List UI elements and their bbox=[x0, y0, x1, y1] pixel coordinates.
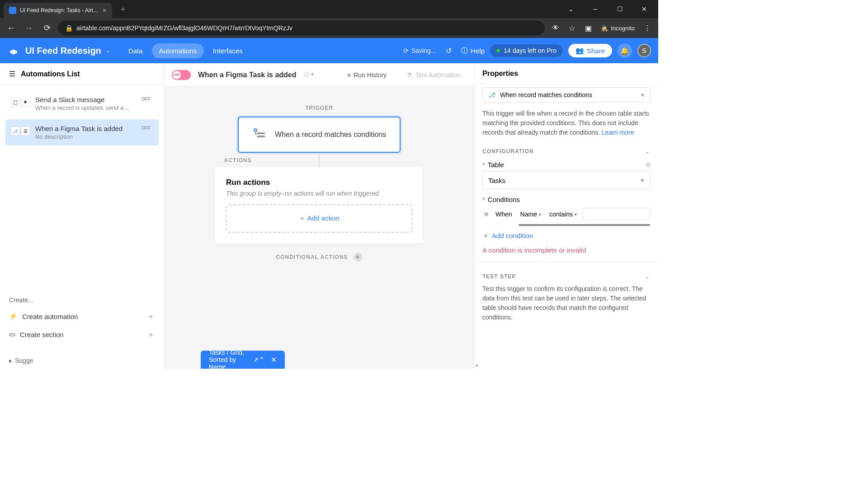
tab-title: UI Feed Redesign: Tasks - Airtabl bbox=[20, 7, 99, 14]
folder-icon: ▭ bbox=[9, 330, 15, 338]
airtable-favicon bbox=[9, 7, 16, 14]
operator-value: contains bbox=[549, 211, 573, 218]
base-title[interactable]: UI Feed Redesign bbox=[25, 46, 101, 56]
trigger-section-label: TRIGGER bbox=[305, 105, 333, 111]
table-select[interactable]: Tasks ▾ bbox=[482, 171, 650, 189]
lock-icon: 🔒 bbox=[65, 24, 73, 32]
table-field-label: * Table ⧉ bbox=[482, 161, 650, 169]
saving-indicator: ⟳ Saving... bbox=[403, 47, 436, 54]
operator-select[interactable]: contains ▾ bbox=[547, 209, 580, 220]
properties-header: Properties bbox=[474, 63, 658, 84]
minimize-button[interactable]: ─ bbox=[585, 2, 606, 16]
app-header: UI Feed Redesign ⌄ Data Automations Inte… bbox=[0, 38, 658, 63]
share-button[interactable]: 👥 Share bbox=[568, 44, 612, 57]
window-controls: ⌄ ─ ☐ ✕ bbox=[561, 2, 658, 16]
status-dot-icon bbox=[496, 49, 500, 52]
extensions-icon[interactable]: ▣ bbox=[581, 21, 595, 35]
plus-icon: ＋ bbox=[482, 231, 489, 240]
field-select[interactable]: Name ▾ bbox=[518, 209, 544, 220]
field-value: Name bbox=[520, 211, 537, 218]
history-icon[interactable]: ↺ bbox=[441, 43, 456, 58]
suggested-row[interactable]: ▸ Sugge bbox=[0, 352, 164, 369]
add-conditional-button[interactable]: ＋ bbox=[354, 253, 363, 262]
incognito-icon: 🕵️ bbox=[601, 25, 608, 32]
plus-icon: ＋ bbox=[147, 311, 155, 322]
plus-icon: ＋ bbox=[147, 329, 155, 340]
automation-toggle[interactable]: OFF bbox=[172, 70, 191, 80]
browser-tab[interactable]: UI Feed Redesign: Tasks - Airtabl ✕ bbox=[4, 3, 112, 18]
add-action-button[interactable]: ＋ Add action bbox=[226, 204, 412, 233]
nav-data[interactable]: Data bbox=[121, 43, 150, 58]
conditions-label: Conditions bbox=[488, 196, 520, 203]
automation-item-slack[interactable]: 📋 ⁕ Send a Slack message When a record i… bbox=[5, 90, 159, 117]
people-icon: 👥 bbox=[576, 47, 584, 55]
close-tab-icon[interactable]: ✕ bbox=[102, 7, 107, 14]
collapse-icon[interactable]: ⌄ bbox=[645, 273, 650, 280]
required-indicator: * bbox=[482, 161, 485, 169]
incognito-badge: 🕵️ Incognito bbox=[597, 23, 638, 33]
info-icon[interactable]: ⓘ bbox=[304, 71, 309, 79]
automation-list: 📋 ⁕ Send a Slack message When a record i… bbox=[0, 85, 164, 154]
trigger-type-select[interactable]: ⎇ When record matches conditions ▾ bbox=[482, 87, 650, 103]
run-history-button[interactable]: ≡ Run History bbox=[341, 69, 393, 81]
create-section: Create... ⚡ Create automation ＋ ▭ Create… bbox=[0, 293, 164, 352]
test-step-header: TEST STEP ⌄ bbox=[482, 273, 650, 280]
user-avatar[interactable]: S bbox=[637, 44, 651, 57]
conditional-label: CONDITIONAL ACTIONS bbox=[276, 254, 348, 260]
plus-icon: ＋ bbox=[299, 214, 307, 222]
copy-icon[interactable]: ⧉ bbox=[646, 161, 650, 169]
maximize-button[interactable]: ☐ bbox=[609, 2, 630, 16]
trigger-select-label: When record matches conditions bbox=[500, 91, 592, 99]
airtable-logo-icon[interactable] bbox=[7, 44, 20, 57]
bell-icon: 🔔 bbox=[620, 47, 629, 55]
remove-condition-button[interactable]: ✕ bbox=[482, 209, 490, 220]
menu-icon[interactable]: ⋮ bbox=[640, 21, 655, 35]
forward-button[interactable]: → bbox=[22, 21, 36, 35]
eye-off-icon[interactable]: 👁 bbox=[548, 21, 563, 35]
nav-automations[interactable]: Automations bbox=[152, 43, 204, 58]
create-automation-button[interactable]: ⚡ Create automation ＋ bbox=[9, 307, 155, 325]
notifications-button[interactable]: 🔔 bbox=[618, 43, 632, 58]
horizontal-scrollbar[interactable] bbox=[519, 224, 650, 226]
chevron-down-icon[interactable]: ⌄ bbox=[561, 2, 581, 16]
close-toast-icon[interactable]: ✕ bbox=[271, 356, 277, 364]
collapse-icon[interactable]: ⌄ bbox=[645, 148, 650, 155]
condition-value-input[interactable] bbox=[582, 208, 650, 221]
bookmark-icon[interactable]: ☆ bbox=[565, 21, 579, 35]
automation-icons: 📋 ⁕ bbox=[11, 96, 31, 108]
canvas-header: OFF When a Figma Task is added ⓘ ▾ ≡ Run… bbox=[165, 63, 474, 87]
trial-badge[interactable]: 14 days left on Pro bbox=[490, 44, 563, 57]
help-button[interactable]: ⓘ Help bbox=[461, 47, 485, 55]
dropdown-icon[interactable]: ▾ bbox=[311, 71, 314, 79]
trigger-description: This trigger will fire when a record in … bbox=[482, 109, 650, 137]
hamburger-icon[interactable]: ☰ bbox=[9, 70, 15, 78]
add-action-label: Add action bbox=[307, 214, 340, 222]
configuration-header: CONFIGURATION ⌄ bbox=[482, 148, 650, 155]
automation-title[interactable]: When a Figma Task is added bbox=[198, 71, 297, 79]
learn-more-link[interactable]: Learn more bbox=[602, 129, 634, 136]
window-close-button[interactable]: ✕ bbox=[634, 2, 655, 16]
divider bbox=[474, 262, 658, 263]
base-menu-chevron-icon[interactable]: ⌄ bbox=[106, 47, 110, 54]
nav-interfaces[interactable]: Interfaces bbox=[206, 43, 250, 58]
back-button[interactable]: ← bbox=[4, 21, 18, 35]
trigger-card[interactable]: When a record matches conditions bbox=[238, 117, 401, 153]
toast-text: Tasks / Grid, Sorted by Name bbox=[209, 349, 250, 369]
help-label: Help bbox=[471, 47, 485, 55]
expand-toast-icon[interactable]: ⌃ bbox=[259, 356, 264, 364]
add-condition-button[interactable]: ＋ Add condition bbox=[482, 231, 650, 240]
config-label: CONFIGURATION bbox=[482, 148, 533, 155]
external-link-icon[interactable]: ↗ bbox=[253, 356, 259, 363]
share-label: Share bbox=[587, 47, 605, 55]
new-tab-button[interactable]: ＋ bbox=[119, 5, 127, 14]
create-section-button[interactable]: ▭ Create section ＋ bbox=[9, 325, 155, 343]
slack-icon: ⁕ bbox=[21, 98, 30, 107]
scroll-left-icon[interactable]: ◂ bbox=[475, 362, 478, 368]
calendar-icon: 📋 bbox=[11, 98, 20, 107]
automation-item-figma[interactable]: ⎇ ☰ When a Figma Task is added No descri… bbox=[5, 119, 159, 145]
toggle-knob: OFF bbox=[173, 71, 181, 79]
test-automation-button[interactable]: ⚗ Test Automation bbox=[400, 69, 467, 81]
url-field[interactable]: 🔒 airtable.com/appnB2PYqtdgiMrZG/wfl3ajg… bbox=[58, 21, 545, 35]
reload-button[interactable]: ⟳ bbox=[40, 21, 54, 35]
automations-sidebar: ☰ Automations List 📋 ⁕ Send a Slack mess… bbox=[0, 63, 165, 369]
